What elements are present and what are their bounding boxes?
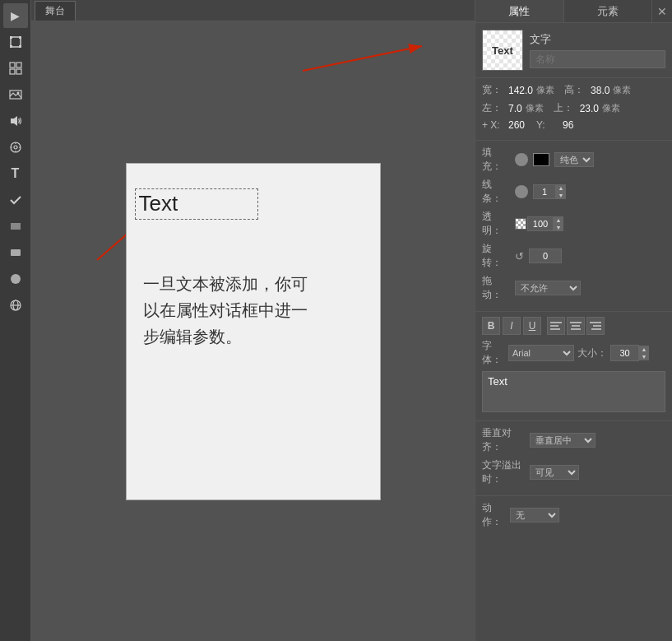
align-left-button[interactable] <box>547 317 565 335</box>
valign-dropdown[interactable]: 垂直居中 顶部 底部 <box>530 433 596 448</box>
image-tool[interactable] <box>3 82 28 107</box>
globe-tool[interactable] <box>3 293 28 318</box>
sound-tool[interactable] <box>3 109 28 133</box>
align-center-button[interactable] <box>567 317 585 335</box>
rotation-value-input[interactable] <box>529 249 562 263</box>
font-size-input[interactable] <box>610 345 639 361</box>
opacity-checker <box>515 218 526 230</box>
preview-text: Text <box>483 30 522 70</box>
svg-line-27 <box>303 46 422 71</box>
underline-button[interactable]: U <box>523 317 541 335</box>
font-select[interactable]: Arial Times New Roman Georgia <box>508 345 574 361</box>
element-type-label: 文字 <box>530 32 665 47</box>
check-tool[interactable] <box>3 188 28 212</box>
panel-header: 属性 元素 ✕ <box>475 0 672 23</box>
italic-button[interactable]: I <box>503 317 521 335</box>
circle-tool[interactable] <box>3 267 28 291</box>
rect-tool[interactable] <box>3 214 28 239</box>
opacity-stepper: ▲ ▼ <box>554 216 563 231</box>
fill-color-picker[interactable] <box>515 153 528 166</box>
font-size-increment[interactable]: ▲ <box>639 346 649 353</box>
text-content-area[interactable]: Text <box>482 371 665 412</box>
valign-section: 垂直对齐： 垂直居中 顶部 底部 文字溢出时： 可见 隐藏 <box>475 421 672 496</box>
element-name-input[interactable] <box>530 50 665 68</box>
svg-rect-18 <box>11 223 21 230</box>
x-value: 260 <box>508 119 525 131</box>
svg-rect-7 <box>10 69 15 74</box>
rotation-label: 旋转： <box>482 242 510 270</box>
tab-elements[interactable]: 元素 <box>564 0 653 22</box>
select-tool[interactable]: ▶ <box>3 3 28 28</box>
stroke-stepper-group: ▲ ▼ <box>533 184 566 199</box>
svg-point-20 <box>11 274 21 284</box>
y-value: 96 <box>563 119 573 131</box>
rotate-icon: ↺ <box>515 250 524 262</box>
stroke-color-picker[interactable] <box>515 185 528 198</box>
canvas-description: 一旦文本被添加，你可以在属性对话框中进一步编辑参数。 <box>143 271 308 350</box>
opacity-value-input[interactable] <box>527 216 554 231</box>
stroke-stepper: ▲ ▼ <box>556 184 566 199</box>
svg-rect-6 <box>16 63 21 67</box>
grid-tool[interactable] <box>3 56 28 81</box>
size-position-section: 宽： 142.0 像素 高： 38.0 像素 左： 7.0 像素 上： 23.0… <box>475 78 672 141</box>
canvas-page: Text 一旦文本被添加，你可以在属性对话框中进一步编辑参数。 <box>126 163 381 500</box>
transform-tool[interactable] <box>3 30 28 54</box>
opacity-decrement[interactable]: ▼ <box>554 224 563 231</box>
y-label: Y: <box>536 119 559 131</box>
preview-area: Text 文字 <box>475 23 672 78</box>
width-unit: 像素 <box>536 84 554 96</box>
panel-content: Text 文字 宽： 142.0 像素 高： 38.0 像素 左： 7.0 像素… <box>475 23 672 641</box>
rotation-row: 旋转： ↺ <box>482 242 665 270</box>
top-unit: 像素 <box>602 102 620 114</box>
svg-rect-8 <box>16 69 21 74</box>
stroke-increment[interactable]: ▲ <box>556 184 566 192</box>
text-tool[interactable]: T <box>3 161 28 186</box>
action-dropdown[interactable]: 无 <box>510 508 559 523</box>
toolbar: ▶ T <box>0 0 31 641</box>
stroke-row: 线条： ▲ ▼ <box>482 178 665 206</box>
font-size-decrement[interactable]: ▼ <box>639 353 649 360</box>
action-section: 动作： 无 <box>475 496 672 534</box>
top-value: 23.0 <box>580 103 599 114</box>
stage-tab[interactable]: 舞台 <box>35 1 76 21</box>
rect2-tool[interactable] <box>3 240 28 265</box>
drag-dropdown[interactable]: 不允许 <box>515 281 581 295</box>
svg-point-10 <box>16 92 19 95</box>
valign-row: 垂直对齐： 垂直居中 顶部 底部 <box>482 426 665 454</box>
size-label: 大小： <box>577 346 607 360</box>
overflow-label: 文字溢出时： <box>482 458 525 486</box>
fill-label: 填充： <box>482 146 510 174</box>
video-tool[interactable] <box>3 135 28 160</box>
action-row: 动作： 无 <box>482 501 665 529</box>
align-right-button[interactable] <box>586 317 605 335</box>
overflow-dropdown[interactable]: 可见 隐藏 <box>530 465 579 480</box>
stage-canvas[interactable]: Text 一旦文本被添加，你可以在属性对话框中进一步编辑参数。 <box>31 21 475 641</box>
opacity-increment[interactable]: ▲ <box>554 216 563 224</box>
text-format-section: B I U 字体： Arial <box>475 312 672 421</box>
valign-label: 垂直对齐： <box>482 426 525 454</box>
top-label: 上： <box>554 101 577 115</box>
width-value: 142.0 <box>508 85 533 96</box>
font-size-stepper: ▲ ▼ <box>639 346 649 360</box>
tab-bar: 舞台 <box>31 0 475 21</box>
stroke-decrement[interactable]: ▼ <box>556 192 566 199</box>
font-row: 字体： Arial Times New Roman Georgia 大小： ▲ … <box>482 339 665 367</box>
stroke-value-input[interactable] <box>533 184 556 199</box>
height-label: 高： <box>564 83 587 97</box>
drag-row: 拖动： 不允许 <box>482 274 665 302</box>
close-panel-button[interactable]: ✕ <box>652 0 672 22</box>
text-element[interactable]: Text <box>135 188 258 220</box>
tab-properties[interactable]: 属性 <box>475 0 564 22</box>
fill-color-swatch[interactable] <box>533 153 549 166</box>
svg-rect-1 <box>10 36 12 39</box>
font-size-group: ▲ ▼ <box>610 345 649 361</box>
element-preview: Text <box>482 30 523 71</box>
width-height-row: 宽： 142.0 像素 高： 38.0 像素 <box>482 83 665 97</box>
fill-type-dropdown[interactable]: 纯色 <box>554 152 594 167</box>
drag-label: 拖动： <box>482 274 510 302</box>
left-unit: 像素 <box>526 102 544 114</box>
main-area: 舞台 Text <box>31 0 475 641</box>
align-buttons <box>547 317 605 335</box>
bold-button[interactable]: B <box>482 317 500 335</box>
left-top-row: 左： 7.0 像素 上： 23.0 像素 <box>482 101 665 115</box>
